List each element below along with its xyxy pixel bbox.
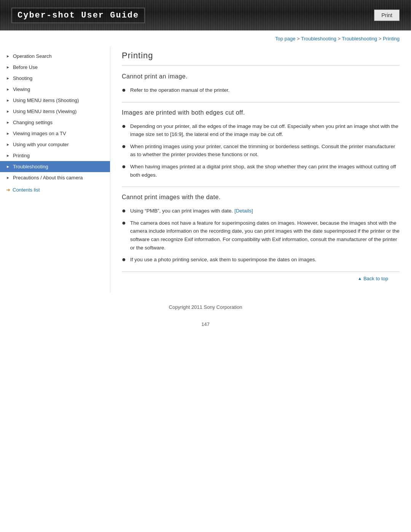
page-title: Printing	[122, 47, 400, 66]
breadcrumb-top-page[interactable]: Top page	[275, 36, 296, 42]
arrow-icon: ►	[6, 109, 10, 113]
breadcrumb-sep1: >	[295, 36, 301, 42]
section3-bullets: ● Using “PMB”, you can print images with…	[122, 207, 400, 264]
print-button[interactable]: Print	[374, 10, 400, 21]
section-cannot-print-date: Cannot print images with the date. ● Usi…	[122, 194, 400, 264]
sidebar-item-label: Precautions / About this camera	[13, 175, 83, 181]
arrow-icon: ►	[6, 76, 10, 80]
breadcrumb: Top page > Troubleshooting > Troubleshoo…	[0, 30, 411, 47]
breadcrumb-troubleshooting1[interactable]: Troubleshooting	[301, 36, 336, 42]
main-content: Printing Cannot print an image. ● Refer …	[110, 47, 411, 293]
list-item: ● When printing images using your printe…	[122, 142, 400, 159]
arrow-icon: ►	[6, 65, 10, 69]
list-item: ● Depending on your printer, all the edg…	[122, 122, 400, 139]
sidebar-item-printing[interactable]: ► Printing	[0, 150, 110, 161]
arrow-icon: ►	[6, 54, 10, 58]
sidebar-item-label: Using with your computer	[13, 142, 69, 147]
details-link[interactable]: [Details]	[234, 208, 253, 214]
bullet-text: If you use a photo printing service, ask…	[130, 256, 316, 264]
bullet-icon: ●	[122, 219, 128, 227]
section2-bullets: ● Depending on your printer, all the edg…	[122, 122, 400, 179]
sidebar-item-shooting[interactable]: ► Shooting	[0, 73, 110, 84]
bullet-text: The camera does not have a feature for s…	[130, 219, 400, 252]
section-divider	[122, 102, 400, 102]
section2-title: Images are printed with both edges cut o…	[122, 109, 400, 118]
sidebar-item-label: Printing	[13, 153, 30, 158]
arrow-icon: ►	[6, 153, 10, 158]
sidebar-item-label: Viewing	[13, 86, 30, 92]
section-edges-cut: Images are printed with both edges cut o…	[122, 109, 400, 179]
sidebar-item-changing-settings[interactable]: ► Changing settings	[0, 117, 110, 128]
triangle-icon: ▲	[358, 276, 362, 281]
main-layout: ► Operation Search ► Before Use ► Shooti…	[0, 47, 411, 300]
sidebar-item-viewing-tv[interactable]: ► Viewing images on a TV	[0, 128, 110, 139]
bullet-text: When having images printed at a digital …	[130, 163, 400, 179]
bullet-icon: ●	[122, 142, 128, 151]
arrow-icon: ►	[6, 87, 10, 91]
sidebar-item-label: Using MENU items (Viewing)	[13, 109, 76, 114]
arrow-icon: ►	[6, 165, 10, 169]
arrow-icon: ►	[6, 98, 10, 102]
list-item: ● When having images printed at a digita…	[122, 163, 400, 179]
contents-list-link[interactable]: ➔ Contents list	[0, 183, 110, 197]
sidebar-item-label: Operation Search	[13, 53, 52, 59]
arrow-icon: ►	[6, 131, 10, 136]
arrow-icon: ►	[6, 142, 10, 147]
sidebar-item-operation-search[interactable]: ► Operation Search	[0, 51, 110, 62]
bullet-text: Using “PMB”, you can print images with d…	[130, 207, 253, 215]
sidebar-item-before-use[interactable]: ► Before Use	[0, 62, 110, 73]
arrow-icon: ►	[6, 120, 10, 125]
sidebar-item-menu-shooting[interactable]: ► Using MENU items (Shooting)	[0, 95, 110, 106]
bullet-icon: ●	[122, 207, 128, 215]
sidebar-item-label: Changing settings	[13, 120, 53, 125]
contents-list-label: Contents list	[13, 187, 40, 193]
site-title: Cyber-shot User Guide	[11, 8, 145, 23]
sidebar-item-label: Using MENU items (Shooting)	[13, 97, 79, 103]
bullet-icon: ●	[122, 163, 128, 171]
bullet-text: Depending on your printer, all the edges…	[130, 122, 400, 139]
page-header: Cyber-shot User Guide Print	[0, 0, 411, 30]
section-cannot-print: Cannot print an image. ● Refer to the op…	[122, 73, 400, 94]
sidebar-item-label: Before Use	[13, 64, 38, 70]
bullet-text-before: Using “PMB”, you can print images with d…	[130, 208, 234, 214]
section3-title: Cannot print images with the date.	[122, 194, 400, 202]
sidebar-item-label: Viewing images on a TV	[13, 131, 66, 136]
sidebar-item-label: Shooting	[13, 75, 32, 81]
breadcrumb-troubleshooting2[interactable]: Troubleshooting	[342, 36, 377, 42]
bullet-text: Refer to the operation manual of the pri…	[130, 86, 229, 94]
copyright-text: Copyright 2011 Sony Corporation	[0, 300, 411, 314]
breadcrumb-sep3: >	[377, 36, 383, 42]
bullet-icon: ●	[122, 122, 128, 131]
bullet-icon: ●	[122, 86, 128, 94]
list-item: ● Refer to the operation manual of the p…	[122, 86, 400, 94]
sidebar-item-precautions[interactable]: ► Precautions / About this camera	[0, 172, 110, 183]
bullet-icon: ●	[122, 256, 128, 264]
sidebar-item-troubleshooting[interactable]: ► Troubleshooting	[0, 161, 110, 172]
back-to-top-label: Back to top	[363, 276, 388, 281]
back-to-top-link[interactable]: ▲ Back to top	[358, 276, 388, 281]
sidebar: ► Operation Search ► Before Use ► Shooti…	[0, 47, 110, 293]
sidebar-item-computer[interactable]: ► Using with your computer	[0, 139, 110, 150]
section-divider	[122, 187, 400, 187]
footer-section: ▲ Back to top	[122, 272, 400, 285]
bullet-text: When printing images using your printer,…	[130, 142, 400, 159]
arrow-right-icon: ➔	[6, 187, 10, 193]
page-number: 147	[0, 314, 411, 331]
breadcrumb-sep2: >	[336, 36, 342, 42]
list-item: ● Using “PMB”, you can print images with…	[122, 207, 400, 215]
breadcrumb-printing: Printing	[383, 36, 400, 42]
arrow-icon: ►	[6, 176, 10, 180]
list-item: ● The camera does not have a feature for…	[122, 219, 400, 252]
sidebar-item-viewing[interactable]: ► Viewing	[0, 84, 110, 95]
sidebar-item-label: Troubleshooting	[13, 164, 48, 169]
sidebar-item-menu-viewing[interactable]: ► Using MENU items (Viewing)	[0, 106, 110, 117]
list-item: ● If you use a photo printing service, a…	[122, 256, 400, 264]
section1-bullets: ● Refer to the operation manual of the p…	[122, 86, 400, 94]
section1-title: Cannot print an image.	[122, 73, 400, 81]
